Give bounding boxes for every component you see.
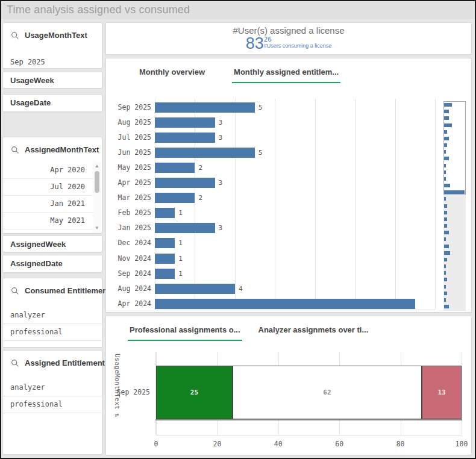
bar-category-label: Dec 2024 xyxy=(106,236,151,251)
bar-value-label: 4 xyxy=(239,281,243,296)
bar-value-label: 3 xyxy=(219,130,223,145)
list-item[interactable]: analyzer xyxy=(3,379,102,396)
bar-category-label: Aug 2025 xyxy=(106,115,151,130)
bar[interactable] xyxy=(155,148,255,158)
scrollbar[interactable]: ▲ ▼ xyxy=(93,162,101,233)
x-axis-line xyxy=(155,310,435,310)
stacked-segment-green_segment[interactable]: 25 xyxy=(156,366,233,419)
bar[interactable] xyxy=(155,102,255,113)
minimap-bar xyxy=(444,143,447,147)
bar-value-label: 3 xyxy=(219,220,223,236)
chart-tabs: Professional assignments o... Analyzer a… xyxy=(106,316,471,341)
bar-value-label: 2 xyxy=(198,190,202,205)
scrollbar-thumb[interactable] xyxy=(95,171,99,193)
tab-professional-assignments[interactable]: Professional assignments o... xyxy=(128,325,242,341)
list-item[interactable]: Jan 2021 xyxy=(3,196,93,213)
chart-minimap[interactable] xyxy=(443,101,466,311)
search-icon[interactable] xyxy=(11,146,19,154)
minimap-bar xyxy=(444,211,447,214)
filter-pane-assigned-week[interactable]: AssignedWeek xyxy=(2,236,102,252)
bar-category-label: May 2025 xyxy=(106,160,151,175)
bar-baseline xyxy=(155,419,462,420)
filter-title: UsageDate xyxy=(3,95,102,107)
filter-pane-usage-month: UsageMonthText Sep 2025 xyxy=(2,22,102,69)
tab-monthly-assigned-entitlements[interactable]: Monthly assigned entitlem... xyxy=(232,67,340,83)
bar[interactable] xyxy=(155,284,235,294)
kpi-value: 83 xyxy=(246,36,264,52)
filter-pane-assigned-date[interactable]: AssignedDate xyxy=(2,255,102,273)
bar-category-label: Apr 2025 xyxy=(106,175,151,190)
filter-title: AssignedDate xyxy=(3,255,102,268)
bar[interactable] xyxy=(155,299,415,309)
bar-category-label: Sep 2025 xyxy=(106,100,151,115)
bar[interactable] xyxy=(155,269,175,279)
gridline xyxy=(235,99,236,309)
chart-tabs: Monthly overview Monthly assigned entitl… xyxy=(106,58,471,83)
bar[interactable] xyxy=(155,178,215,188)
minimap-bar xyxy=(444,184,450,187)
minimap-bar xyxy=(444,237,446,241)
minimap-bar xyxy=(444,251,450,255)
filter-pane-usage-date[interactable]: UsageDate xyxy=(2,94,102,112)
bar-category-label: Jan 2025 xyxy=(106,220,151,236)
segment-value-label: 25 xyxy=(190,389,198,396)
filter-header: Consumed Entitlement xyxy=(3,278,102,295)
monthly-chart-panel: Monthly overview Monthly assigned entitl… xyxy=(105,58,472,313)
stacked-segment-white_segment[interactable]: 62 xyxy=(233,366,422,419)
bar-value-label: 1 xyxy=(178,236,183,251)
y-axis-line xyxy=(155,352,156,435)
kpi-panel: #User(s) assigned a license 83 26 #Users… xyxy=(105,22,472,55)
minimap-bar xyxy=(444,177,446,181)
filter-header: UsageMonthText xyxy=(3,23,102,40)
search-icon[interactable] xyxy=(11,31,19,40)
bar-category-label: Jul 2025 xyxy=(106,130,151,145)
tab-analyzer-assignments[interactable]: Analyzer assignmets over ti... xyxy=(257,325,371,341)
gridline xyxy=(435,99,436,309)
bar[interactable] xyxy=(155,163,195,173)
search-icon[interactable] xyxy=(11,287,19,295)
x-tick-label: 0 xyxy=(144,440,168,448)
bar-category-label: Nov 2024 xyxy=(106,251,151,266)
bar[interactable] xyxy=(155,238,175,248)
gridline xyxy=(462,352,462,435)
bar[interactable] xyxy=(155,193,195,203)
list-item[interactable]: Jul 2020 xyxy=(3,179,93,196)
list-item[interactable]: Jun 2021 xyxy=(3,230,93,233)
scroll-down-icon[interactable]: ▼ xyxy=(93,225,101,231)
list-item-selected[interactable]: Sep 2025 xyxy=(3,54,102,70)
bar-value-label: 5 xyxy=(258,100,263,115)
bar[interactable] xyxy=(155,254,175,264)
x-tick-label: 20 xyxy=(205,440,229,448)
minimap-bar xyxy=(444,231,449,234)
filter-pane-usage-week[interactable]: UsageWeek xyxy=(2,72,102,89)
filter-title: UsageWeek xyxy=(3,72,102,85)
x-tick-label: 80 xyxy=(389,440,413,448)
list-item[interactable]: professional xyxy=(3,396,102,413)
list-item[interactable]: Apr 2020 xyxy=(3,162,93,179)
list-item[interactable]: May 2021 xyxy=(3,213,93,230)
x-tick-label: 40 xyxy=(266,440,290,448)
gridline xyxy=(315,99,316,309)
kpi-value-row: 83 26 #Users consuming a license xyxy=(246,36,332,52)
bar[interactable] xyxy=(155,208,175,218)
bar-value-label: 5 xyxy=(258,145,263,160)
minimap-bar xyxy=(444,285,446,289)
filter-pane-assigned-month: AssignedMonthText Apr 2020Jul 2020Jan 20… xyxy=(2,137,102,234)
minimap-bar xyxy=(444,157,449,160)
list-item[interactable]: professional xyxy=(3,324,102,341)
list-item[interactable]: analyzer xyxy=(3,307,102,324)
gridline xyxy=(275,99,275,309)
bar[interactable] xyxy=(155,117,215,128)
segment-value-label: 62 xyxy=(323,389,331,396)
bar[interactable] xyxy=(155,223,215,233)
stacked-segment-pink_segment[interactable]: 13 xyxy=(422,366,462,419)
scroll-up-icon[interactable]: ▲ xyxy=(93,163,101,169)
search-icon[interactable] xyxy=(11,359,19,367)
minimap-bar xyxy=(444,292,447,295)
bar-value-label: 2 xyxy=(198,160,202,175)
minimap-bar xyxy=(444,217,447,221)
bar[interactable] xyxy=(155,133,215,143)
minimap-bar xyxy=(444,190,465,194)
filter-pane-assigned-entitlement: Assigned Entitlement analyzerprofessiona… xyxy=(2,350,102,455)
tab-monthly-overview[interactable]: Monthly overview xyxy=(137,67,207,83)
